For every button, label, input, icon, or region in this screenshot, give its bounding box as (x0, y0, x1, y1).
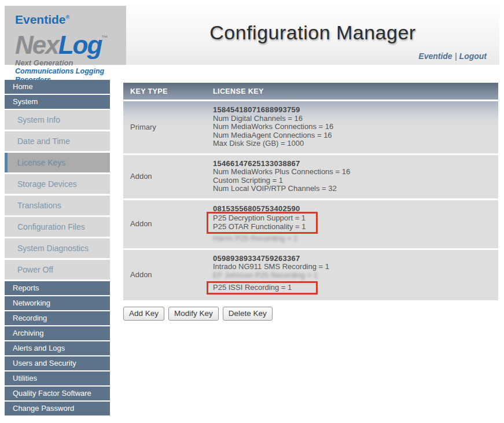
license-key-cell: 08153556805753402590 P25 Decryption Supp… (213, 205, 498, 243)
table-row[interactable]: Addon 08153556805753402590 P25 Decryptio… (123, 200, 498, 248)
key-type-cell: Addon (123, 160, 213, 193)
sidebar-item-license-keys[interactable]: License Keys (5, 153, 110, 172)
delete-key-button[interactable]: Delete Key (223, 307, 273, 321)
page: Eventide® NexLog™ Next Generation Commun… (0, 0, 504, 423)
header-banner: Configuration Manager Eventide|Logout (126, 6, 499, 65)
logo-product: NexLog™ (15, 26, 126, 57)
license-key-cell: 15466147625133038867 Num MediaWorks Plus… (213, 160, 498, 193)
license-detail-highlighted: P25 ISSI Recording = 1 (213, 284, 316, 292)
sidebar-item-system[interactable]: System (5, 95, 110, 109)
logo-product-log: Log (58, 31, 102, 59)
add-key-button[interactable]: Add Key (123, 307, 164, 321)
sidebar-item-change-password[interactable]: Change Password (5, 402, 110, 415)
table-header-row: KEY TYPE LICENSE KEY (123, 83, 498, 100)
license-key-number: 08153556805753402590 (213, 205, 498, 214)
logo-tagline-1: Next Generation (15, 58, 126, 67)
license-key-table: KEY TYPE LICENSE KEY Primary 15845418071… (123, 83, 498, 300)
sidebar-nav: Home System System Info Date and Time Li… (5, 80, 110, 417)
sidebar-item-date-and-time[interactable]: Date and Time (5, 131, 110, 151)
license-detail-redacted: Harris P25 Recording = 1 (213, 234, 498, 243)
registered-mark: ® (66, 14, 70, 20)
logout-link[interactable]: Logout (459, 52, 487, 61)
sidebar-item-reports[interactable]: Reports (5, 281, 110, 295)
license-key-cell: 15845418071688993759 Num Digital Channel… (213, 106, 498, 148)
page-title: Configuration Manager (126, 21, 499, 44)
eventide-link[interactable]: Eventide (418, 52, 452, 61)
license-detail-highlighted: P25 Decryption Support = 1 (213, 214, 316, 223)
sidebar-item-utilities[interactable]: Utilities (5, 371, 110, 385)
sidebar-item-archiving[interactable]: Archiving (5, 326, 110, 340)
license-key-cell: 05989389334759263367 Intrado NG911 SMS R… (213, 255, 498, 295)
sidebar-item-system-diagnostics[interactable]: System Diagnostics (5, 238, 110, 258)
license-detail: Num MediaWorks Connections = 16 (213, 123, 498, 131)
sidebar-item-configuration-files[interactable]: Configuration Files (5, 217, 110, 237)
eventide-nexlog-logo: Eventide® NexLog™ Next Generation Commun… (5, 6, 126, 65)
sidebar-item-system-info[interactable]: System Info (5, 110, 110, 130)
header: Eventide® NexLog™ Next Generation Commun… (5, 6, 499, 65)
license-detail: Custom Scripting = 1 (213, 176, 498, 185)
sidebar-item-networking[interactable]: Networking (5, 296, 110, 310)
table-row[interactable]: Addon 15466147625133038867 Num MediaWork… (123, 155, 498, 198)
license-detail-highlighted: P25 OTAR Functionality = 1 (213, 223, 316, 231)
logo-brand-text: Eventide (15, 13, 66, 26)
key-type-cell: Addon (123, 255, 213, 295)
sidebar-item-quality-factor-software[interactable]: Quality Factor Software (5, 387, 110, 400)
column-header-key-type: KEY TYPE (123, 87, 213, 95)
sidebar-item-recording[interactable]: Recording (5, 311, 110, 325)
red-highlight-box: P25 ISSI Recording = 1 (207, 281, 318, 295)
key-type-cell: Addon (123, 205, 213, 243)
logo-product-nex: Nex (15, 31, 58, 59)
table-action-buttons: Add Key Modify Key Delete Key (123, 307, 498, 321)
trademark-mark: ™ (101, 34, 108, 41)
license-detail: Max Disk Size (GB) = 1000 (213, 139, 498, 148)
column-header-license-key: LICENSE KEY (213, 87, 498, 95)
license-detail: Num Local VOIP/RTP Channels = 32 (213, 185, 498, 193)
license-key-number: 15466147625133038867 (213, 160, 498, 168)
license-detail: Num MediaWorks Plus Connections = 16 (213, 168, 498, 176)
red-highlight-box: P25 Decryption Support = 1 P25 OTAR Func… (207, 212, 318, 234)
sidebar-item-power-off[interactable]: Power Off (5, 260, 110, 279)
license-detail-redacted: EF Johnson P25 Recording = 1 (213, 271, 498, 280)
license-key-number: 05989389334759263367 (213, 255, 498, 263)
link-separator: | (455, 52, 457, 61)
key-type-cell: Primary (123, 106, 213, 148)
sidebar-item-storage-devices[interactable]: Storage Devices (5, 174, 110, 194)
logo-brand: Eventide® (15, 11, 126, 26)
license-detail: Num Digital Channels = 16 (213, 115, 498, 123)
license-key-number: 15845418071688993759 (213, 106, 498, 115)
main: Home System System Info Date and Time Li… (5, 80, 499, 417)
table-row[interactable]: Primary 15845418071688993759 Num Digital… (123, 101, 498, 153)
license-detail: Intrado NG911 SMS Recording = 1 (213, 263, 498, 271)
modify-key-button[interactable]: Modify Key (168, 307, 219, 321)
license-detail: Num MediaAgent Connections = 16 (213, 131, 498, 140)
sidebar-item-translations[interactable]: Translations (5, 196, 110, 215)
sidebar-item-alerts-and-logs[interactable]: Alerts and Logs (5, 341, 110, 355)
table-row[interactable]: Addon 05989389334759263367 Intrado NG911… (123, 250, 498, 300)
header-links: Eventide|Logout (418, 52, 487, 61)
sidebar-item-users-and-security[interactable]: Users and Security (5, 356, 110, 370)
content: KEY TYPE LICENSE KEY Primary 15845418071… (123, 80, 498, 417)
sidebar-item-home[interactable]: Home (5, 80, 110, 94)
